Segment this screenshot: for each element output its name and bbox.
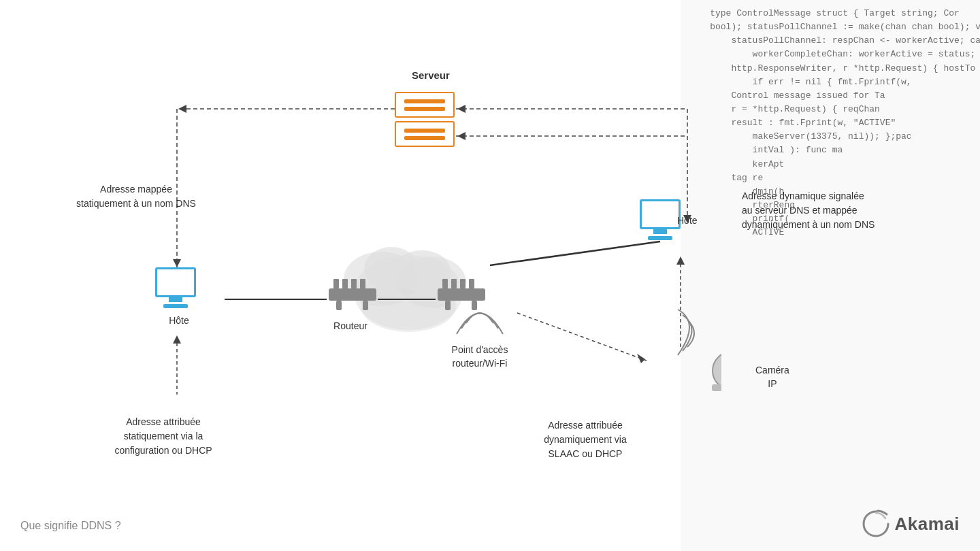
svg-marker-24 [173,335,181,344]
routeur-label: Routeur [323,320,378,333]
akamai-icon [861,509,891,539]
code-background: type ControlMessage struct { Target stri… [681,0,980,551]
svg-point-39 [713,352,721,390]
svg-rect-35 [460,279,466,288]
footer-label: Que signifie DDNS ? [20,520,121,532]
monitor-right [640,199,681,229]
server-line [404,107,445,111]
svg-rect-29 [329,288,376,301]
camera-label: Caméra IP [755,364,789,390]
svg-rect-36 [469,279,474,288]
svg-line-18 [490,241,660,265]
svg-rect-25 [333,279,339,288]
monitor-left [155,267,196,297]
wifi-label: Point d'accès routeur/Wi-Fi [432,344,527,370]
svg-rect-30 [336,301,342,310]
monitor-base-right [648,236,672,240]
hote-left-label: Hôte [155,314,203,328]
hote-right [640,199,681,240]
svg-marker-13 [178,105,186,113]
network-diagram: Serveur Hôte Hôte Routeur Point d'accès … [0,0,721,551]
svg-rect-26 [342,279,348,288]
svg-marker-15 [173,259,181,267]
svg-rect-33 [442,279,448,288]
server-box-top [395,92,455,118]
svg-marker-22 [676,256,685,265]
svg-rect-38 [472,301,477,310]
hote-right-label: Hôte [677,214,718,228]
svg-rect-31 [363,301,368,310]
svg-marker-9 [457,132,466,140]
addr-static-dhcp-label: Adresse attribuée statiquement via la co… [95,415,231,458]
server-line [404,129,445,133]
addr-dynamic-dns-label: Adresse dynamique signalée au serveur DN… [742,189,898,232]
svg-point-5 [393,250,451,291]
svg-rect-37 [445,301,451,310]
svg-rect-32 [438,288,485,301]
server-label: Serveur [412,68,450,82]
akamai-text: Akamai [895,514,960,535]
diagram-svg [0,0,721,551]
akamai-logo: Akamai [861,509,960,539]
addr-dynamic-slaac-label: Adresse attribuée dynamiquement via SLAA… [517,418,653,461]
monitor-base-left [163,304,188,308]
hote-left [155,267,196,308]
svg-rect-34 [451,279,457,288]
server-box-bottom [395,121,455,147]
svg-rect-27 [351,279,357,288]
server-line [404,99,445,103]
svg-marker-7 [457,105,466,113]
svg-marker-20 [637,354,645,363]
svg-rect-28 [360,279,365,288]
svg-line-19 [517,313,647,361]
addr-static-dns-label: Adresse mappée statiquement à un nom DNS [68,182,204,211]
server-line [404,136,445,140]
svg-rect-42 [712,384,721,391]
